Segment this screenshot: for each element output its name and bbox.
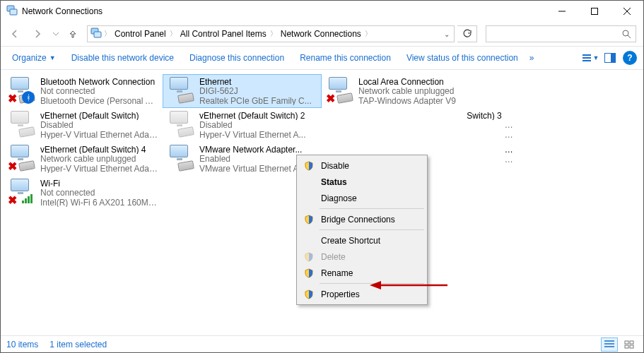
- svg-rect-25: [630, 341, 633, 344]
- svg-rect-22: [604, 343, 614, 345]
- svg-rect-17: [28, 196, 30, 203]
- adapter-device: VMware Virtual Ethernet A...: [199, 164, 306, 173]
- adapter-status: Disabled: [40, 120, 158, 129]
- separator: [320, 283, 424, 284]
- adapter-wifi[interactable]: ✖ Wi-FiNot connectedIntel(R) Wi-Fi 6 AX2…: [4, 176, 163, 210]
- adapter-vethernet-1[interactable]: vEthernet (Default Switch)DisabledHyper-…: [4, 108, 163, 142]
- adapter-name: Switch) 3: [358, 111, 515, 120]
- svg-rect-27: [630, 345, 633, 348]
- ctx-label: Diagnose: [321, 193, 357, 203]
- breadcrumb-network-connections[interactable]: Network Connections: [279, 29, 363, 39]
- adapter-device: Hyper-V Virtual Ethernet A...: [199, 130, 306, 139]
- adapter-name: vEthernet (Default Switch): [40, 111, 158, 120]
- adapter-device: Realtek PCIe GbE Family C...: [199, 96, 312, 105]
- chevron-right-icon[interactable]: 〉: [363, 29, 374, 39]
- adapter-status: Not connected: [40, 188, 158, 197]
- navigation-row: 〉 Control Panel 〉 All Control Panel Item…: [1, 22, 643, 46]
- breadcrumb-control-panel[interactable]: Control Panel: [113, 29, 168, 39]
- svg-rect-10: [582, 54, 591, 56]
- chevron-right-icon[interactable]: 〉: [268, 29, 279, 39]
- adapter-device: Intel(R) Wi-Fi 6 AX201 160MHz: [40, 198, 158, 207]
- adapter-status: Not connected: [40, 86, 158, 95]
- ctx-create-shortcut[interactable]: Create Shortcut: [298, 232, 426, 249]
- adapter-vethernet-4[interactable]: ✖ vEthernet (Default Switch) 4Network ca…: [4, 142, 163, 176]
- view-details-button[interactable]: [601, 337, 618, 352]
- adapter-status: Network cable unplugged: [40, 154, 158, 163]
- adapter-name: Local Area Connection: [358, 77, 456, 86]
- adapter-vethernet-3[interactable]: Switch) 3 pplugged: [322, 108, 520, 142]
- breadcrumb-all-items[interactable]: All Control Panel Items: [179, 29, 268, 39]
- ctx-disable[interactable]: Disable: [298, 157, 426, 174]
- ctx-label: Bridge Connections: [321, 215, 395, 225]
- maximize-button[interactable]: [578, 1, 611, 22]
- disconnected-icon: ✖: [8, 92, 17, 105]
- adapter-name: Bluetooth Network Connection: [40, 77, 158, 86]
- svg-point-8: [623, 30, 628, 36]
- address-dropdown[interactable]: ⌄: [440, 30, 454, 38]
- back-button[interactable]: [5, 25, 25, 42]
- close-button[interactable]: [611, 1, 643, 22]
- ctx-label: Disable: [321, 161, 349, 171]
- adapter-bluetooth[interactable]: ✖ᚼ Bluetooth Network ConnectionNot conne…: [4, 74, 163, 108]
- ctx-status[interactable]: Status: [298, 174, 426, 190]
- ctx-diagnose[interactable]: Diagnose: [298, 190, 426, 206]
- recent-dropdown[interactable]: [50, 25, 62, 42]
- refresh-button[interactable]: [457, 25, 477, 42]
- adapter-icon: [167, 111, 195, 139]
- adapter-device: TAP-Windows Adapter V9: [358, 96, 456, 105]
- adapter-status: Enabled: [199, 154, 306, 163]
- disable-device-button[interactable]: Disable this network device: [64, 50, 181, 66]
- ctx-properties[interactable]: Properties: [298, 286, 426, 302]
- adapter-icon: ✖: [326, 77, 354, 105]
- svg-rect-26: [625, 345, 628, 348]
- adapter-device: Hyper-V Virtual Ethernet Adapter: [40, 130, 158, 139]
- chevron-right-icon[interactable]: 〉: [168, 29, 179, 39]
- selection-count: 1 item selected: [49, 340, 107, 349]
- address-bar[interactable]: 〉 Control Panel 〉 All Control Panel Item…: [87, 25, 455, 42]
- adapter-device: ernet Adapter ...: [464, 155, 515, 164]
- adapter-name: Adapter VMnet8: [464, 145, 515, 155]
- adapter-icon: [167, 145, 195, 173]
- ctx-label: Status: [321, 177, 347, 187]
- adapter-status: pplugged: [464, 120, 515, 129]
- svg-rect-23: [604, 346, 614, 347]
- up-button[interactable]: [64, 25, 81, 42]
- rename-connection-button[interactable]: Rename this connection: [293, 50, 398, 66]
- svg-rect-14: [611, 54, 615, 62]
- ctx-rename[interactable]: Rename: [298, 265, 426, 281]
- svg-line-9: [628, 35, 631, 38]
- forward-button[interactable]: [28, 25, 47, 42]
- diagnose-connection-button[interactable]: Diagnose this connection: [182, 50, 291, 66]
- svg-rect-21: [604, 340, 614, 342]
- svg-rect-12: [582, 60, 591, 61]
- chevron-right-icon[interactable]: 〉: [102, 29, 113, 39]
- minimize-button[interactable]: [546, 1, 578, 22]
- status-bar: 10 items 1 item selected: [1, 335, 643, 352]
- adapter-icon: [8, 111, 36, 139]
- view-status-button[interactable]: View status of this connection: [399, 50, 525, 66]
- app-icon: [6, 5, 18, 18]
- search-input[interactable]: [486, 25, 636, 42]
- adapter-status: DIGI-562J: [199, 86, 312, 95]
- help-button[interactable]: ?: [621, 49, 639, 66]
- preview-pane-button[interactable]: [601, 49, 619, 66]
- organize-menu[interactable]: Organize▼: [5, 50, 63, 66]
- ctx-bridge[interactable]: Bridge Connections: [298, 211, 426, 227]
- adapter-vethernet-2[interactable]: vEthernet (Default Switch) 2DisabledHype…: [163, 108, 322, 142]
- adapter-local-area[interactable]: ✖ Local Area ConnectionNetwork cable unp…: [322, 74, 481, 108]
- adapter-status: Disabled: [199, 120, 306, 129]
- ctx-label: Properties: [321, 289, 360, 299]
- adapter-name: VMware Network Adapter...: [199, 145, 306, 154]
- adapter-ethernet[interactable]: EthernetDIGI-562JRealtek PCIe GbE Family…: [163, 74, 322, 108]
- svg-rect-7: [94, 32, 101, 37]
- overflow-button[interactable]: »: [527, 50, 537, 66]
- disconnected-icon: ✖: [8, 160, 17, 173]
- separator: [320, 208, 424, 209]
- bluetooth-icon: ᚼ: [22, 91, 35, 104]
- adapter-status: Network cable unplugged: [358, 86, 456, 95]
- adapter-name: vEthernet (Default Switch) 2: [199, 111, 306, 120]
- view-large-icons-button[interactable]: [621, 337, 638, 352]
- svg-rect-24: [625, 341, 628, 344]
- window-title: Network Connections: [22, 6, 103, 16]
- view-options-button[interactable]: ▼: [581, 49, 599, 66]
